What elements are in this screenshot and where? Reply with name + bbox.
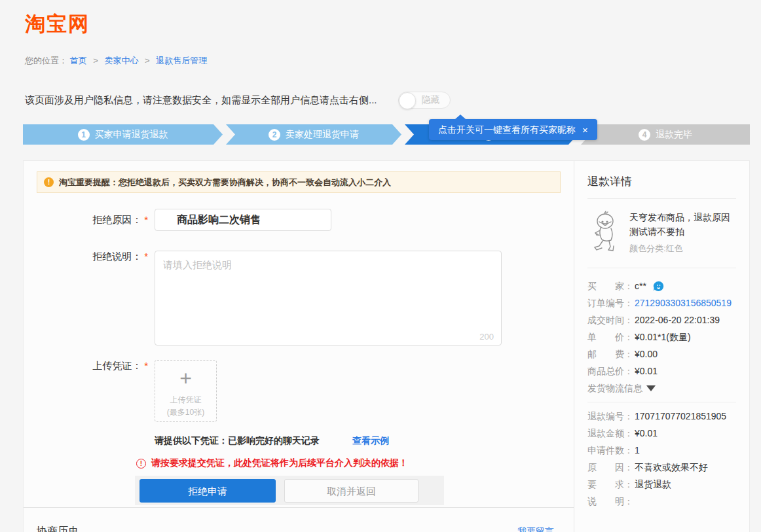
reject-apply-button[interactable]: 拒绝申请	[139, 479, 276, 503]
label-text: 上传凭证：	[92, 360, 141, 371]
step-number-badge: 1	[78, 129, 90, 141]
buyer-row: 买 家： c**	[587, 277, 736, 294]
breadcrumb-prefix: 您的位置：	[25, 56, 67, 65]
postage-label: 邮 费：	[587, 346, 635, 363]
refund-demand-row: 要 求： 退货退款	[587, 476, 736, 493]
step-label: 卖家处理退货申请	[286, 129, 359, 141]
evidence-warning-row: ! 请按要求提交凭证，此处凭证将作为后续平台介入判决的依据！	[136, 457, 574, 469]
product-name: 天穹发布商品，退款原因测试请不要拍	[629, 211, 736, 239]
taobao-logo[interactable]: 淘宝网	[25, 10, 761, 38]
apply-count-value: 1	[635, 442, 640, 459]
breadcrumb-separator: >	[93, 56, 98, 65]
negotiation-history-header: 协商历史 我要留言	[24, 508, 574, 532]
taobao-important-alert: ! 淘宝重要提醒：您拒绝退款后，买卖双方需要协商解决，协商不一致会自动流入小二介…	[37, 171, 561, 193]
view-example-link[interactable]: 查看示例	[352, 435, 389, 447]
breadcrumb: 您的位置： 首页 > 卖家中心 > 退款售后管理	[25, 55, 761, 67]
step-2-seller-handle: 2 卖家处理退货申请	[226, 124, 401, 145]
breadcrumb-separator: >	[145, 56, 150, 65]
tooltip-text: 点击开关可一键查看所有买家昵称	[438, 119, 576, 140]
evidence-hint-row: 请提供以下凭证：已影响完好的聊天记录 查看示例	[155, 435, 574, 447]
total-price-value: ¥0.01	[635, 363, 658, 380]
breadcrumb-link-refund-management[interactable]: 退款售后管理	[156, 56, 207, 65]
reject-reason-row: 拒绝原因：* 商品影响二次销售	[24, 209, 574, 231]
divider	[587, 268, 736, 268]
toggle-label: 隐藏	[422, 94, 440, 106]
breadcrumb-link-home[interactable]: 首页	[70, 56, 87, 65]
unit-price-row: 单 价： ¥0.01*1(数量)	[587, 328, 736, 346]
refund-amount-label: 退款金额：	[587, 425, 635, 442]
product-summary: 天穹发布商品，退款原因测试请不要拍 颜色分类:红色	[587, 208, 736, 258]
form-action-strip: 拒绝申请 取消并返回	[135, 476, 444, 505]
warning-icon: !	[44, 177, 54, 187]
refund-number-value: 170717077021851905	[635, 408, 726, 425]
upload-evidence-row: 上传凭证：* + 上传凭证 (最多10张)	[24, 360, 574, 422]
upload-box-sublabel: (最多10张)	[167, 407, 204, 418]
char-counter: 200	[479, 332, 494, 342]
wangwang-icon[interactable]	[653, 281, 664, 292]
label-text: 拒绝说明：	[92, 251, 141, 262]
postage-value: ¥0.00	[635, 346, 658, 363]
deal-time-value: 2022-06-20 22:01:39	[635, 311, 720, 328]
refund-reason-row: 原 因： 不喜欢或效果不好	[587, 459, 736, 476]
refund-note-row: 说 明：	[587, 493, 736, 510]
unit-price-label: 单 价：	[587, 328, 635, 346]
product-info: 天穹发布商品，退款原因测试请不要拍 颜色分类:红色	[629, 211, 736, 255]
reject-explain-row: 拒绝说明：* 200	[24, 251, 574, 348]
refund-note-label: 说 明：	[587, 493, 635, 510]
deal-time-label: 成交时间：	[587, 311, 635, 328]
refund-amount-row: 退款金额： ¥0.01	[587, 425, 736, 442]
refund-reason-label: 原 因：	[587, 459, 635, 476]
step-label: 买家申请退货退款	[95, 129, 168, 141]
required-mark: *	[144, 214, 148, 225]
plus-icon: +	[179, 367, 192, 389]
upload-box-label: 上传凭证	[170, 395, 202, 406]
reject-explain-label: 拒绝说明：*	[24, 251, 155, 348]
tooltip-close-icon[interactable]: ×	[582, 125, 588, 135]
step-number-badge: 4	[639, 129, 650, 141]
required-mark: *	[144, 251, 148, 262]
postage-row: 邮 费： ¥0.00	[587, 346, 736, 363]
buyer-label: 买 家：	[587, 277, 635, 294]
privacy-toggle[interactable]: 隐藏	[398, 92, 451, 109]
reject-reason-select[interactable]: 商品影响二次销售	[155, 209, 331, 231]
toggle-hint-tooltip: 点击开关可一键查看所有买家昵称 ×	[429, 119, 597, 140]
breadcrumb-link-seller-center[interactable]: 卖家中心	[104, 56, 138, 65]
refund-demand-value: 退货退款	[635, 476, 671, 493]
step-label: 退款完毕	[656, 129, 692, 141]
upload-evidence-label: 上传凭证：*	[24, 360, 155, 422]
leave-message-link[interactable]: 我要留言	[517, 526, 554, 532]
error-icon: !	[136, 459, 146, 469]
evidence-hint-text: 请提供以下凭证：已影响完好的聊天记录	[155, 435, 320, 447]
label-text: 拒绝原因：	[92, 214, 141, 225]
reject-reason-label: 拒绝原因：*	[24, 214, 155, 226]
unit-price-value: ¥0.01*1(数量)	[635, 328, 691, 346]
alert-text: 淘宝重要提醒：您拒绝退款后，买卖双方需要协商解决，协商不一致会自动流入小二介入	[59, 177, 391, 188]
divider	[587, 402, 736, 402]
refund-detail-panel: ! 淘宝重要提醒：您拒绝退款后，买卖双方需要协商解决，协商不一致会自动流入小二介…	[23, 160, 750, 532]
refund-amount-value: ¥0.01	[635, 425, 658, 442]
deal-time-row: 成交时间： 2022-06-20 22:01:39	[587, 311, 736, 328]
logistics-info-toggle[interactable]: 发货物流信息	[587, 380, 736, 397]
cancel-return-button[interactable]: 取消并返回	[284, 479, 418, 503]
refund-number-label: 退款编号：	[587, 408, 635, 425]
logistics-info-label: 发货物流信息	[587, 380, 642, 397]
divider	[587, 198, 736, 199]
refund-detail-title: 退款详情	[587, 174, 736, 189]
reject-explain-textarea[interactable]	[155, 251, 502, 346]
upload-evidence-button[interactable]: + 上传凭证 (最多10张)	[155, 360, 217, 422]
order-number-link[interactable]: 2712903303156850519	[635, 294, 732, 311]
tooltip-caret-icon	[455, 115, 466, 119]
toggle-knob-icon[interactable]	[399, 92, 416, 109]
buyer-value: c**	[635, 277, 646, 294]
reject-form-column: ! 淘宝重要提醒：您拒绝退款后，买卖双方需要协商解决，协商不一致会自动流入小二介…	[24, 161, 574, 532]
step-number-badge: 2	[269, 129, 280, 141]
total-price-row: 商品总价： ¥0.01	[587, 363, 736, 380]
caret-down-icon	[646, 385, 656, 391]
privacy-notice-text: 该页面涉及用户隐私信息，请注意数据安全，如需显示全部用户信息请点击右侧...	[25, 94, 377, 107]
reject-explain-wrapper: 200	[155, 251, 502, 348]
refund-detail-sidebar: 退款详情 天穹发布商品，退款原因测试请不要拍 颜色分类:红色	[574, 161, 749, 532]
required-mark: *	[144, 360, 148, 371]
refund-number-row: 退款编号： 170717077021851905	[587, 408, 736, 425]
order-number-label: 订单编号：	[587, 294, 635, 311]
step-1-buyer-apply: 1 买家申请退货退款	[23, 124, 223, 145]
